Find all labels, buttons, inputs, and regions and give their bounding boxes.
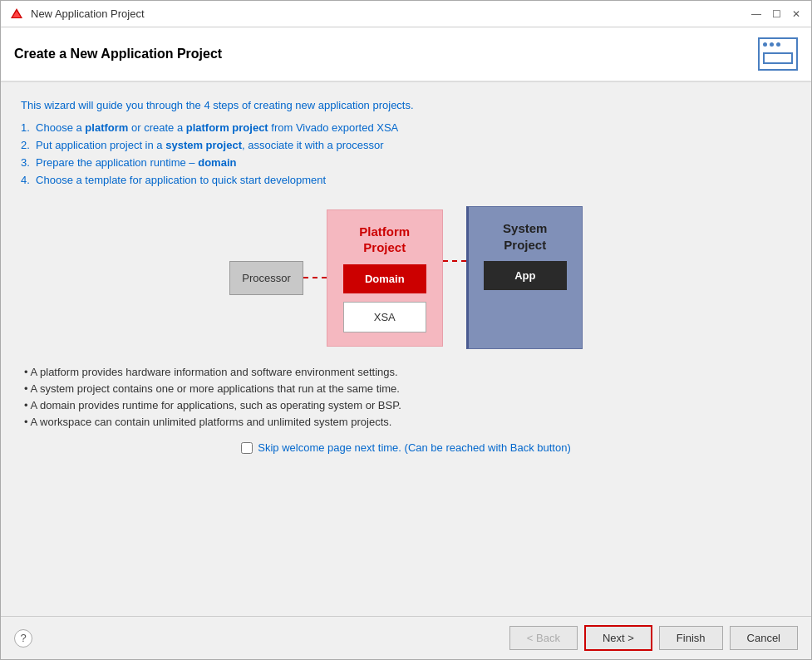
cancel-button[interactable]: Cancel [730,626,798,650]
skip-checkbox[interactable] [241,442,253,454]
step-1: 1. Choose a platform or create a platfor… [21,121,791,134]
processor-box: Processor [229,261,303,295]
arrow-right [443,260,466,262]
title-bar-left: New Application Project [9,7,145,22]
title-bar: New Application Project — ☐ ✕ [1,1,811,27]
header-section: Create a New Application Project [1,27,811,82]
bullet-3: • A domain provides runtime for applicat… [21,399,791,411]
arrow-left [303,277,327,278]
icon-inner-box [763,52,793,64]
footer-right: < Back Next > Finish Cancel [509,625,798,651]
header-icon-dots [763,42,780,47]
bullet-4: • A workspace can contain unlimited plat… [21,416,791,428]
app-logo-icon [9,7,24,22]
next-button[interactable]: Next > [584,625,652,651]
application-window: New Application Project — ☐ ✕ Create a N… [0,0,812,660]
close-button[interactable]: ✕ [790,7,803,21]
step-3: 3. Prepare the application runtime – dom… [21,156,791,169]
step-2-text: Put application project in a system proj… [36,139,383,151]
step-4: 4. Choose a template for application to … [21,174,791,186]
help-button[interactable]: ? [14,629,32,648]
step-4-text: Choose a template for application to qui… [36,174,326,186]
dashed-left [303,277,327,278]
dot-2 [770,42,774,47]
step-3-text: Prepare the application runtime – domain [36,156,236,169]
bullet-2: • A system project contains one or more … [21,382,791,395]
intro-text: This wizard will guide you through the 4… [21,99,791,111]
step-1-num: 1. [21,121,32,134]
system-project-box: SystemProject App [466,206,583,349]
dashed-right [443,260,466,262]
footer-left: ? [14,629,32,648]
step-2-num: 2. [21,139,32,151]
page-title: Create a New Application Project [14,47,222,62]
diagram: Processor PlatformProject Domain XSA [229,206,583,349]
main-content: This wizard will guide you through the 4… [1,82,811,616]
bullet-1: • A platform provides hardware informati… [21,366,791,378]
skip-label[interactable]: Skip welcome page next time. (Can be rea… [258,441,570,454]
system-project-title: SystemProject [503,220,547,253]
restore-button[interactable]: ☐ [770,7,783,21]
step-2: 2. Put application project in a system p… [21,139,791,151]
dot-1 [763,42,767,47]
step-1-text: Choose a platform or create a platform p… [36,121,398,134]
xsa-box: XSA [343,302,426,332]
xsa-label: XSA [374,311,396,323]
back-button[interactable]: < Back [509,626,578,650]
step-4-num: 4. [21,174,32,186]
domain-label: Domain [365,273,405,285]
domain-box: Domain [343,264,426,293]
step-3-num: 3. [21,156,32,169]
title-bar-controls: — ☐ ✕ [750,7,803,21]
platform-project-box: PlatformProject Domain XSA [327,209,443,347]
bullets-section: • A platform provides hardware informati… [21,366,791,428]
diagram-wrapper: Processor PlatformProject Domain XSA [21,206,791,349]
app-label: App [514,269,535,282]
footer: ? < Back Next > Finish Cancel [1,616,811,659]
minimize-button[interactable]: — [750,7,763,21]
header-icon [758,37,798,71]
window-title: New Application Project [31,7,145,20]
app-box: App [484,261,567,290]
skip-row: Skip welcome page next time. (Can be rea… [21,441,791,454]
finish-button[interactable]: Finish [659,626,723,650]
dot-3 [776,42,780,47]
platform-project-title: PlatformProject [359,224,410,256]
steps-list: 1. Choose a platform or create a platfor… [21,121,791,186]
processor-label: Processor [242,272,291,284]
